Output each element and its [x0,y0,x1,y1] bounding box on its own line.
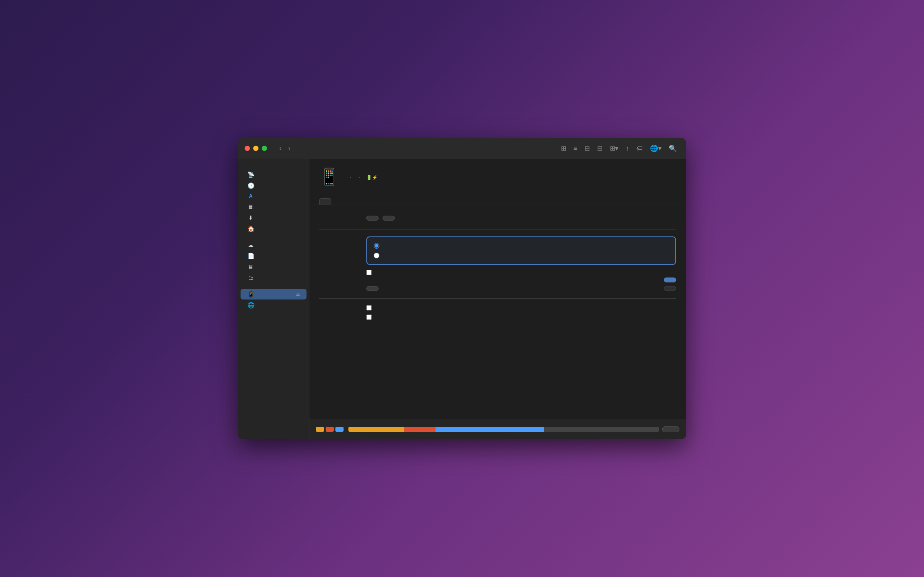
tabs-bar [309,193,686,205]
gallery-view-icon[interactable]: ⊟ [595,143,605,154]
account-icon[interactable]: 🌐▾ [648,143,664,154]
sidebar-item-home[interactable]: 🏠 [241,223,307,234]
network-icon: 🌐 [247,302,254,308]
applications-icon: A [247,193,254,199]
tab-tv-shows[interactable] [358,198,370,205]
tab-photos[interactable] [410,198,423,205]
battery-icon: 🔋⚡ [366,175,378,180]
photos-tag [316,427,324,432]
tab-info[interactable] [436,198,449,205]
apps-tag [326,427,334,432]
tab-files[interactable] [423,198,436,205]
tab-audiobooks[interactable] [384,198,396,205]
tab-movies[interactable] [345,198,357,205]
content-area: 📡 🕐 A 🖥 ⬇ 🏠 [238,159,686,439]
sidebar-item-network[interactable]: 🌐 [241,300,307,310]
prefer-sd-item[interactable] [366,305,676,310]
finder-window: ‹ › ⊞ ≡ ⊟ ⊟ ⊞▾ ↑ 🏷 🌐▾ 🔍 📡 🕐 [238,138,686,439]
sidebar-item-desktop[interactable]: 🖥 [241,201,307,212]
sidebar: 📡 🕐 A 🖥 ⬇ 🏠 [238,159,309,439]
options-content [366,305,676,321]
favorites-label [238,164,309,169]
restore-backup-button[interactable] [664,286,676,291]
tab-general[interactable] [319,198,331,205]
nav-buttons: ‹ › [277,142,293,154]
tab-music[interactable] [332,198,344,205]
sidebar-item-michphone[interactable]: 📱 ⏏ [241,289,307,299]
close-button[interactable] [245,146,250,151]
storage-bar [345,427,659,432]
device-info: · · 🔋⚡ [346,173,378,180]
downloads-icon: ⬇ [247,214,254,221]
sidebar-item-airdrop[interactable]: 📡 [241,169,307,180]
main-content: 📱 · · 🔋⚡ [309,159,686,439]
photos-bar [348,427,404,432]
show-wifi-checkbox[interactable] [366,315,372,320]
bottom-bar [309,419,686,439]
airdrop-icon: 📡 [247,171,254,178]
share-icon[interactable]: ↑ [623,143,631,154]
sidebar-item-icloud-desktop[interactable]: 🖥 [241,262,307,272]
device-header: 📱 · · 🔋⚡ [309,159,686,193]
sidebar-item-icloud-drive[interactable]: ☁ [241,240,307,250]
software-section [319,213,676,222]
backup-icloud-option[interactable] [374,243,669,249]
sidebar-item-applications[interactable]: A [241,191,307,201]
backup-icloud-radio[interactable] [374,243,379,249]
encrypt-checkbox[interactable] [366,270,372,275]
icloud-desktop-icon: 🖥 [247,264,254,270]
options-row [366,305,676,321]
restore-iphone-button[interactable] [383,216,395,221]
storage-legend [316,427,659,432]
manage-backups-button[interactable] [366,286,379,291]
device-icon: 📱 [319,167,339,186]
device-details: · · 🔋⚡ [346,175,378,180]
backups-label [319,236,360,237]
encrypt-checkbox-item[interactable] [366,270,676,275]
backup-radio-group [374,243,669,258]
group-icon[interactable]: ⊞▾ [607,143,621,154]
search-icon[interactable]: 🔍 [666,143,679,154]
check-update-button[interactable] [366,216,379,221]
backup-mac-radio[interactable] [374,253,379,258]
sync-button[interactable] [662,426,679,432]
list-view-icon[interactable]: ≡ [571,143,580,154]
back-up-now-button[interactable] [664,278,676,282]
backup-mac-option[interactable] [374,253,669,258]
tag-icon[interactable]: 🏷 [634,143,645,154]
column-view-icon[interactable]: ⊟ [582,143,592,154]
sidebar-item-recents[interactable]: 🕐 [241,180,307,191]
forward-button[interactable]: › [286,142,293,154]
maximize-button[interactable] [262,146,267,151]
sidebar-item-downloads[interactable]: ⬇ [241,212,307,223]
last-backup-row [366,277,676,283]
toolbar-icons: ⊞ ≡ ⊟ ⊟ ⊞▾ ↑ 🏷 🌐▾ 🔍 [558,143,679,154]
sidebar-item-documents[interactable]: 📄 [241,251,307,261]
grid-view-icon[interactable]: ⊞ [558,143,569,154]
divider-2 [319,298,676,299]
main-panel [309,205,686,419]
tab-podcasts[interactable] [371,198,383,205]
divider-1 [319,229,676,230]
backups-content [366,236,676,291]
encrypt-row [366,270,676,275]
back-button[interactable]: ‹ [277,142,284,154]
software-label [319,213,360,214]
tags-label [238,311,309,316]
docs-tag [335,427,344,432]
minimize-button[interactable] [253,146,258,151]
tab-books[interactable] [397,198,409,205]
storage-bar-visual [348,427,659,432]
eject-icon[interactable]: ⏏ [296,292,300,297]
backups-section [319,236,676,291]
show-wifi-item[interactable] [366,315,676,320]
empty-bar [544,427,659,432]
sidebar-item-shared[interactable]: 🗂 [241,273,307,283]
docs-bar [436,427,544,432]
recents-icon: 🕐 [247,182,254,189]
documents-icon: 📄 [247,253,254,259]
icloud-label [238,234,309,239]
titlebar: ‹ › ⊞ ≡ ⊟ ⊟ ⊞▾ ↑ 🏷 🌐▾ 🔍 [238,138,686,159]
options-label [319,305,360,306]
prefer-sd-checkbox[interactable] [366,305,372,310]
